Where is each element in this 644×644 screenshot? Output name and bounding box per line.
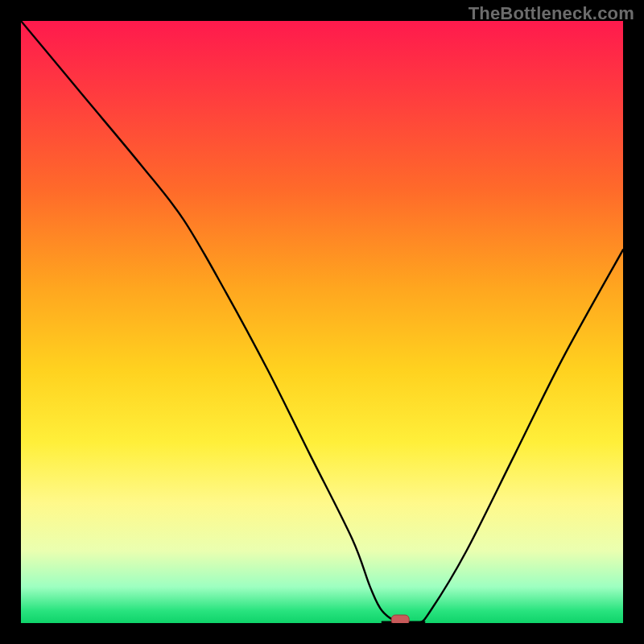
chart-frame: TheBottleneck.com [0,0,644,644]
optimal-marker [391,615,409,623]
bottleneck-curve [21,21,623,623]
curve-svg [21,21,623,623]
plot-area [21,21,623,623]
watermark-text: TheBottleneck.com [469,3,634,24]
